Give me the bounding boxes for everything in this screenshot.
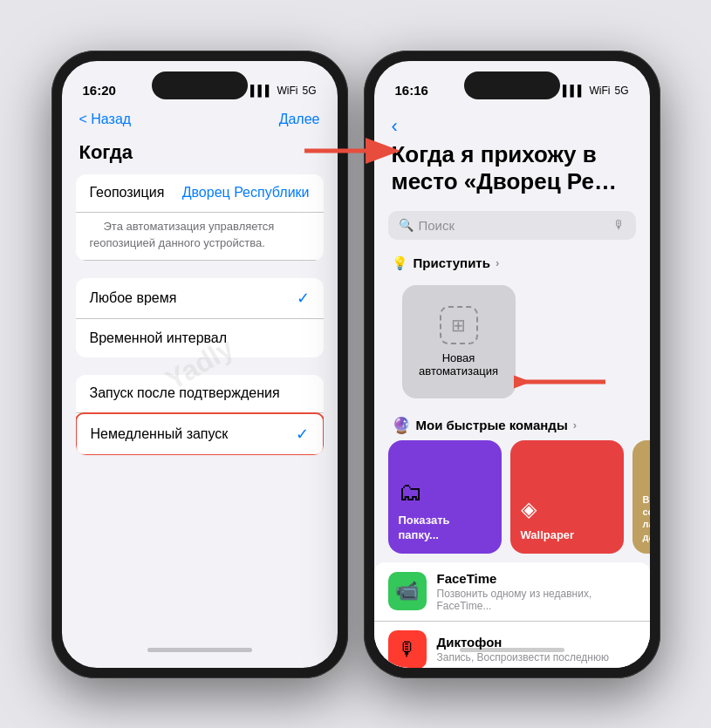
new-automation-card[interactable]: ⊞ Новая автоматизация (402, 285, 516, 398)
section-header-left: Когда (62, 134, 338, 174)
command-folder-name: Показать папку... (399, 514, 491, 543)
bulb-icon: 💡 (392, 255, 408, 271)
battery-icon-right: 5G (614, 85, 628, 97)
time-interval-label: Временной интервал (90, 330, 228, 346)
facetime-info: FaceTime Позвонить одному из недавних, F… (437, 571, 636, 612)
signal-icon-left: ▌▌▌ (250, 85, 273, 97)
arrow-left-icon (514, 360, 610, 404)
recorder-desc: Запись, Воспроизвести последнюю (437, 651, 636, 663)
command-card-folder[interactable]: 🗂 Показать папку... (388, 440, 502, 554)
geolocation-label: Геопозиция (90, 185, 165, 201)
wallpaper-icon: ◈ (521, 497, 613, 521)
my-shortcuts-label: Мои быстрые команды (416, 418, 568, 432)
back-button-right[interactable]: ‹ (374, 108, 650, 138)
status-time-left: 16:20 (83, 83, 116, 98)
launch-confirm-row[interactable]: Запуск после подтверждения (76, 375, 324, 413)
wifi-icon-left: WiFi (277, 85, 297, 97)
status-icons-right: ▌▌▌ WiFi 5G (563, 85, 629, 97)
time-group: Любое время ✓ Временной интервал (76, 278, 324, 357)
facetime-name: FaceTime (437, 571, 636, 586)
geolocation-group: Геопозиция Дворец Республики Эта автомат… (76, 174, 324, 261)
proceed-label: Приступить (414, 255, 490, 270)
next-button-left[interactable]: Далее (279, 112, 320, 127)
immediate-launch-check: ✓ (296, 425, 309, 444)
back-button-left[interactable]: < Назад (79, 112, 132, 127)
status-time-right: 16:16 (395, 83, 428, 98)
search-icon: 🔍 (399, 218, 414, 232)
facetime-row[interactable]: 📹 FaceTime Позвонить одному из недавних,… (374, 562, 650, 622)
status-icons-left: ▌▌▌ WiFi 5G (250, 85, 317, 97)
recorder-icon: 🎙 (388, 630, 427, 668)
nav-bar-left: < Назад Далее (62, 108, 338, 134)
launch-group: Запуск после подтверждения Немедленный з… (76, 375, 324, 455)
launch-confirm-label: Запуск после подтверждения (90, 385, 280, 401)
search-bar[interactable]: 🔍 Поиск 🎙 (388, 211, 636, 240)
page-title-right: Когда я прихожу в место «Дворец Ре… (374, 138, 650, 204)
shortcuts-chevron: › (573, 418, 577, 432)
proceed-chevron: › (496, 256, 499, 269)
search-input[interactable]: Поиск (419, 218, 608, 233)
facetime-icon: 📹 (388, 572, 427, 610)
time-interval-row[interactable]: Временной интервал (76, 319, 324, 357)
any-time-label: Любое время (90, 290, 177, 306)
immediate-launch-row[interactable]: Немедленный запуск ✓ (76, 412, 324, 455)
dynamic-island-left (152, 71, 248, 99)
immediate-launch-label: Немедленный запуск (91, 426, 229, 442)
recorder-row[interactable]: 🎙 Диктофон Запись, Воспроизвести последн… (374, 622, 650, 668)
phone-left-screen: 16:20 ▌▌▌ WiFi 5G < Назад Далее Когда Ге… (62, 61, 338, 668)
my-shortcuts-section[interactable]: 🔮 Мои быстрые команды › (374, 407, 650, 440)
mic-icon: 🎙 (613, 218, 626, 232)
signal-icon-right: ▌▌▌ (563, 85, 585, 97)
plus-box-icon: ⊞ (440, 306, 478, 344)
phone-right: 16:16 ▌▌▌ WiFi 5G ‹ Когда я прихожу в ме… (364, 51, 660, 678)
command-wallpaper-name: Wallpaper (521, 528, 613, 543)
shortcuts-icon: 🔮 (392, 416, 411, 435)
any-time-row[interactable]: Любое время ✓ (76, 278, 324, 319)
command-card-partial: Вы со ла да (632, 440, 650, 554)
geolocation-value[interactable]: Дворец Республики (182, 185, 310, 201)
home-indicator-left (147, 648, 252, 652)
geolocation-row[interactable]: Геопозиция Дворец Республики (76, 174, 324, 213)
command-card-wallpaper[interactable]: ◈ Wallpaper (510, 440, 624, 554)
facetime-desc: Позвонить одному из недавних, FaceTime..… (437, 588, 636, 612)
wifi-icon-right: WiFi (589, 85, 610, 97)
folder-icon: 🗂 (399, 478, 491, 507)
battery-icon-left: 5G (302, 85, 316, 97)
home-indicator-right (460, 648, 564, 652)
proceed-section[interactable]: 💡 Приступить › (374, 247, 650, 276)
any-time-check: ✓ (297, 289, 310, 308)
dynamic-island-right (464, 71, 560, 99)
geo-info-text: Эта автоматизация управляется геопозицие… (90, 216, 279, 249)
arrow-right-icon (300, 129, 405, 173)
command-cards-row: 🗂 Показать папку... ◈ Wallpaper Вы со ла… (374, 440, 650, 554)
new-automation-label: Новая автоматизация (402, 351, 516, 378)
